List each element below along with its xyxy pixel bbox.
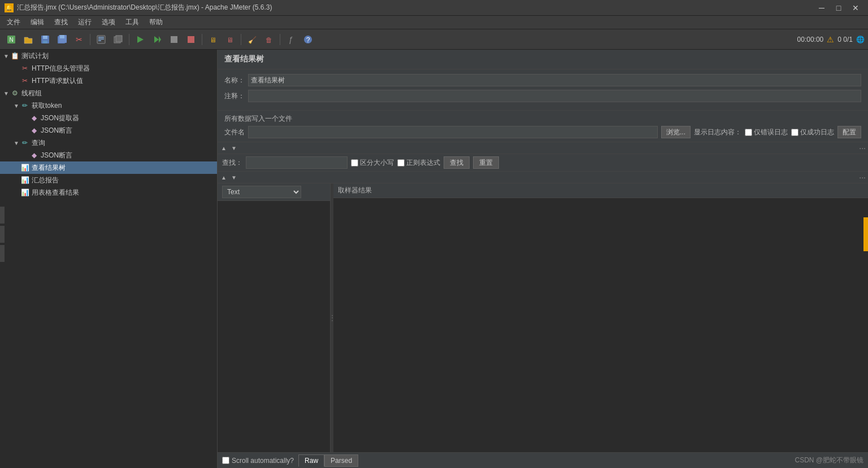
file-section-title: 所有数据写入一个文件: [224, 114, 861, 124]
reset-button[interactable]: 重置: [473, 156, 499, 169]
find-button[interactable]: 查找: [444, 156, 470, 169]
file-input[interactable]: [248, 126, 658, 138]
tree-label-json-assert1: JSON断言: [41, 126, 72, 135]
svg-text:?: ?: [306, 36, 310, 44]
tree-label-json-extractor1: JSON提取器: [41, 113, 79, 123]
menu-tools[interactable]: 工具: [121, 16, 144, 29]
toolbar-revert[interactable]: ✂: [71, 32, 87, 47]
search-input[interactable]: [246, 156, 348, 169]
menu-bar: 文件 编辑 查找 运行 选项 工具 帮助: [0, 16, 868, 29]
tree-toggle-json-extractor1: [21, 114, 29, 122]
left-panel: ▼ 📋 测试计划 ✂ HTTP信息头管理器 ✂ HTTP请求默认值 ▼ ⚙ 线程…: [0, 50, 218, 468]
tree-item-get-token[interactable]: ▼ ✏ 获取token: [0, 99, 217, 112]
side-handle-1[interactable]: [0, 207, 5, 224]
menu-file[interactable]: 文件: [2, 16, 25, 29]
right-handle[interactable]: [863, 217, 868, 251]
dots-btn-1[interactable]: ···: [859, 143, 866, 152]
side-handles: [0, 207, 5, 262]
menu-options[interactable]: 选项: [97, 16, 120, 29]
toolbar-function-helper[interactable]: ƒ: [283, 32, 299, 47]
tree-label-json-assert2: JSON断言: [41, 151, 72, 160]
collapse-btn-4[interactable]: ▼: [230, 173, 238, 182]
name-input[interactable]: [248, 74, 861, 86]
tree-item-table-results[interactable]: 📊 用表格查看结果: [0, 186, 217, 199]
tree-item-json-extractor1[interactable]: ◆ JSON提取器: [0, 112, 217, 124]
browse-button[interactable]: 浏览...: [661, 126, 691, 138]
right-results-content: [333, 198, 868, 452]
tree-toggle-http-header: [12, 64, 20, 72]
tree-toggle-get-token[interactable]: ▼: [12, 102, 20, 110]
tree-item-test-plan[interactable]: ▼ 📋 测试计划: [0, 50, 217, 62]
toolbar-save-all[interactable]: [54, 32, 70, 47]
comment-input[interactable]: [248, 90, 861, 102]
tree-item-thread-group[interactable]: ▼ ⚙ 线程组: [0, 87, 217, 99]
toolbar-stop[interactable]: [166, 32, 182, 47]
toolbar-duplicate[interactable]: [110, 32, 126, 47]
tree-label-table-results: 用表格查看结果: [32, 188, 79, 198]
raw-tab[interactable]: Raw: [298, 454, 324, 467]
panel-title: 查看结果树: [224, 54, 264, 63]
name-row: 名称：: [224, 74, 861, 86]
tree-toggle-test-plan[interactable]: ▼: [2, 52, 10, 60]
svg-rect-14: [116, 36, 122, 42]
toolbar-help[interactable]: ?: [300, 32, 316, 47]
tree-item-query[interactable]: ▼ ✏ 查询: [0, 137, 217, 149]
toolbar-clear-all[interactable]: 🗑: [261, 32, 277, 47]
side-handle-2[interactable]: [0, 226, 5, 243]
parsed-tab[interactable]: Parsed: [324, 454, 358, 467]
toolbar: N ✂ 🖥 🖥 🧹: [0, 29, 868, 50]
tree-label-view-results-tree: 查看结果树: [32, 163, 66, 173]
toolbar-templates[interactable]: [93, 32, 109, 47]
side-handle-3[interactable]: [0, 245, 5, 262]
close-button[interactable]: ✕: [848, 2, 863, 14]
tree-item-http-default[interactable]: ✂ HTTP请求默认值: [0, 75, 217, 87]
collapse-btn-2[interactable]: ▼: [230, 144, 238, 152]
error-log-checkbox[interactable]: [745, 129, 752, 136]
tree-toggle-thread-group[interactable]: ▼: [2, 89, 10, 97]
tree-item-summary-report[interactable]: 📊 汇总报告: [0, 174, 217, 186]
toolbar-open[interactable]: [20, 32, 36, 47]
scroll-auto-text: Scroll automatically?: [232, 457, 294, 465]
tree-item-http-header[interactable]: ✂ HTTP信息头管理器: [0, 62, 217, 75]
toolbar-shutdown[interactable]: [183, 32, 199, 47]
toolbar-clear[interactable]: 🧹: [244, 32, 260, 47]
toolbar-right: 00:00:00 ⚠ 0 0/1 🌐: [797, 35, 865, 44]
toolbar-new[interactable]: N: [3, 32, 19, 47]
maximize-button[interactable]: □: [831, 2, 847, 14]
svg-text:N: N: [9, 37, 13, 43]
tree-item-view-results-tree[interactable]: 📊 查看结果树: [0, 161, 217, 174]
search-label: 查找：: [222, 158, 242, 168]
toolbar-remote-stop[interactable]: 🖥: [222, 32, 238, 47]
collapse-btn-1[interactable]: ▲: [220, 144, 228, 152]
file-section: 所有数据写入一个文件 文件名 浏览... 显示日志内容： 仅错误日志 仅成功日志…: [218, 111, 868, 142]
results-toolbar: Text RegExp Tester CSS/JQuery Tester XPa…: [218, 183, 330, 201]
tree-toggle-query[interactable]: ▼: [12, 139, 20, 147]
tree-item-json-assert1[interactable]: ◆ JSON断言: [0, 124, 217, 137]
tree-item-json-assert2[interactable]: ◆ JSON断言: [0, 149, 217, 161]
minimize-button[interactable]: ─: [814, 2, 830, 14]
tree-label-http-header: HTTP信息头管理器: [32, 64, 90, 73]
toolbar-remote-start[interactable]: 🖥: [205, 32, 221, 47]
tree-toggle-http-default: [12, 77, 20, 85]
scroll-auto-checkbox[interactable]: [222, 457, 229, 464]
menu-help[interactable]: 帮助: [145, 16, 167, 29]
case-sensitive-checkbox[interactable]: [351, 159, 358, 167]
collapse-btn-3[interactable]: ▲: [220, 173, 228, 182]
menu-search[interactable]: 查找: [50, 16, 72, 29]
config-button[interactable]: 配置: [837, 126, 861, 138]
toolbar-start[interactable]: [132, 32, 148, 47]
menu-edit[interactable]: 编辑: [26, 16, 49, 29]
left-results-content: [218, 201, 330, 452]
svg-marker-16: [154, 36, 159, 43]
toolbar-start-no-pause[interactable]: [149, 32, 165, 47]
toolbar-sep-4: [241, 34, 241, 45]
case-sensitive-label: 区分大小写: [351, 158, 394, 168]
warning-icon: ⚠: [827, 35, 834, 44]
menu-run[interactable]: 运行: [73, 16, 96, 29]
dots-btn-2[interactable]: ···: [859, 173, 866, 182]
regex-checkbox[interactable]: [397, 159, 405, 167]
success-log-checkbox[interactable]: [791, 129, 798, 136]
left-panel-resize[interactable]: [215, 50, 217, 468]
text-format-dropdown[interactable]: Text RegExp Tester CSS/JQuery Tester XPa…: [222, 186, 301, 198]
toolbar-save[interactable]: [37, 32, 53, 47]
